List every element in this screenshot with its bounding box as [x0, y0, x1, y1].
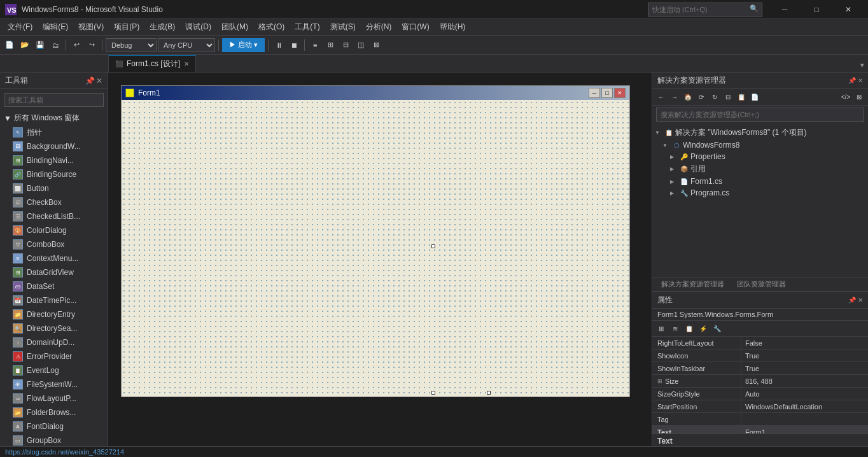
config-dropdown[interactable]: Debug Release — [106, 38, 157, 52]
se-toolbar-home[interactable]: 🏠 — [682, 91, 694, 104]
toolbar-btn4[interactable]: ⊞ — [323, 38, 337, 52]
menu-team[interactable]: 团队(M) — [216, 19, 253, 35]
toolbar-btn1[interactable]: ⏸ — [272, 38, 286, 52]
tree-item-references[interactable]: ▶ 📦 引用 — [652, 162, 868, 176]
toolbox-item-eventlog[interactable]: 📋 EventLog — [0, 363, 108, 377]
tree-item-project[interactable]: ▼ ⬡ WindowsForms8 — [652, 139, 868, 151]
toolbox-item-errorprovider[interactable]: ⚠ ErrorProvider — [0, 349, 108, 363]
toolbar-btn3[interactable]: ≡ — [308, 38, 322, 52]
menu-file[interactable]: 文件(F) — [3, 19, 38, 35]
toolbox-item-button[interactable]: ⬜ Button — [0, 181, 108, 195]
toolbox-item-directoryentry[interactable]: 📁 DirectoryEntry — [0, 307, 108, 321]
se-toolbar-back[interactable]: ← — [655, 91, 668, 104]
toolbox-item-directorysearch[interactable]: 🔍 DirectorySea... — [0, 321, 108, 335]
toolbox-item-contextmenu[interactable]: ≡ ContextMenu... — [0, 251, 108, 265]
se-toolbar-sync[interactable]: ⟳ — [695, 91, 708, 104]
tree-item-solution[interactable]: ▼ 📋 解决方案 "WindowsForms8" (1 个项目) — [652, 126, 868, 139]
platform-dropdown[interactable]: Any CPU x86 x64 — [158, 38, 215, 52]
prop-value[interactable]: Form1 — [741, 426, 868, 433]
prop-value[interactable]: Auto — [741, 388, 868, 400]
menu-debug[interactable]: 调试(D) — [180, 19, 216, 35]
prop-value[interactable] — [741, 413, 868, 425]
tab-form1-design[interactable]: ⬛ Form1.cs [设计] ✕ — [108, 55, 196, 72]
tree-item-properties[interactable]: ▶ 🔑 Properties — [652, 151, 868, 162]
toolbox-pin-icon[interactable]: 📌 — [85, 76, 95, 85]
toolbar-open[interactable]: 📂 — [18, 38, 32, 52]
designer-area[interactable]: Form1 ─ □ ✕ — [108, 73, 652, 457]
tab-team-explorer[interactable]: 团队资源管理器 — [733, 278, 790, 290]
minimize-button[interactable]: ─ — [770, 0, 799, 19]
toolbox-item-datetimepic[interactable]: 📅 DateTimePic... — [0, 293, 108, 307]
quick-launch-input[interactable] — [648, 3, 762, 17]
tree-item-program[interactable]: ▶ 🔧 Program.cs — [652, 187, 868, 199]
toolbox-item-pointer[interactable]: ↖ 指针 — [0, 125, 108, 139]
props-toolbar-search[interactable]: 🔧 — [711, 322, 724, 335]
form-body[interactable] — [122, 100, 629, 397]
menu-project[interactable]: 项目(P) — [109, 19, 144, 35]
solution-explorer-search-input[interactable] — [656, 108, 864, 122]
toolbar-btn5[interactable]: ⊟ — [339, 38, 353, 52]
props-close-icon[interactable]: ✕ — [858, 297, 863, 304]
menu-tools[interactable]: 工具(T) — [290, 19, 325, 35]
prop-value[interactable]: True — [741, 349, 868, 362]
form-close-btn[interactable]: ✕ — [614, 88, 626, 98]
toolbox-item-datagridview[interactable]: ⊞ DataGridView — [0, 265, 108, 279]
se-close-icon[interactable]: ✕ — [858, 77, 863, 84]
props-toolbar-category[interactable]: ≋ — [669, 322, 682, 335]
props-toolbar-events[interactable]: ⚡ — [697, 322, 710, 335]
tab-solution-explorer[interactable]: 解决方案资源管理器 — [657, 278, 728, 290]
menu-edit[interactable]: 编辑(E) — [38, 19, 73, 35]
start-button[interactable]: ▶ 启动 ▾ — [222, 38, 265, 52]
se-toolbar-code[interactable]: </> — [839, 91, 852, 104]
toolbar-save[interactable]: 💾 — [33, 38, 47, 52]
toolbox-item-dataset[interactable]: 🗃 DataSet — [0, 279, 108, 293]
menu-analyze[interactable]: 分析(N) — [361, 19, 397, 35]
close-button[interactable]: ✕ — [834, 0, 863, 19]
resize-handle-corner[interactable] — [431, 391, 435, 395]
toolbox-item-fontdialog[interactable]: A FontDialog — [0, 419, 108, 433]
toolbox-item-checkbox[interactable]: ☑ CheckBox — [0, 195, 108, 209]
menu-build[interactable]: 生成(B) — [144, 19, 180, 35]
props-toolbar-props[interactable]: 📋 — [683, 322, 696, 335]
se-toolbar-collapse[interactable]: ⊟ — [722, 91, 734, 104]
toolbox-item-groupbox[interactable]: ▭ GroupBox — [0, 433, 108, 447]
props-toolbar-grid[interactable]: ⊞ — [655, 322, 668, 335]
menu-view[interactable]: 视图(V) — [73, 19, 109, 35]
se-pin-icon[interactable]: 📌 — [848, 77, 856, 84]
form-minimize-btn[interactable]: ─ — [589, 88, 600, 98]
toolbar-redo[interactable]: ↪ — [85, 38, 99, 52]
toolbox-item-checkedlist[interactable]: ☰ CheckedListB... — [0, 209, 108, 223]
toolbox-close-icon[interactable]: ✕ — [96, 76, 102, 85]
toolbox-item-combobox[interactable]: ▽ ComboBox — [0, 237, 108, 251]
menu-help[interactable]: 帮助(H) — [435, 19, 471, 35]
toolbox-category[interactable]: ▼ 所有 Windows 窗体 — [0, 111, 108, 125]
tab-close-button[interactable]: ✕ — [184, 60, 189, 67]
toolbox-item-bindingnavi[interactable]: ⊞ BindingNavi... — [0, 153, 108, 167]
se-toolbar-filter[interactable]: ⊠ — [853, 91, 865, 104]
se-toolbar-refresh[interactable]: ↻ — [708, 91, 721, 104]
toolbar-new[interactable]: 📄 — [3, 38, 17, 52]
toolbox-item-bindingsource[interactable]: 🔗 BindingSource — [0, 167, 108, 181]
resize-handle-bottom[interactable] — [487, 391, 491, 395]
form-canvas[interactable]: Form1 ─ □ ✕ — [121, 85, 630, 397]
menu-test[interactable]: 测试(S) — [325, 19, 361, 35]
toolbar-btn7[interactable]: ⊠ — [369, 38, 383, 52]
toolbox-item-filesystemw[interactable]: 👁 FileSystemW... — [0, 377, 108, 391]
prop-value[interactable]: 816, 488 — [741, 375, 868, 387]
tab-dropdown-btn[interactable]: ▾ — [857, 59, 868, 72]
toolbox-item-folderbrows[interactable]: 📂 FolderBrows... — [0, 405, 108, 419]
toolbox-item-flowlayout[interactable]: ⇨ FlowLayoutP... — [0, 391, 108, 405]
form-maximize-btn[interactable]: □ — [601, 88, 613, 98]
toolbox-search-input[interactable] — [4, 93, 104, 107]
menu-window[interactable]: 窗口(W) — [396, 19, 434, 35]
toolbox-item-background[interactable]: 🖼 BackgroundW... — [0, 139, 108, 153]
maximize-button[interactable]: □ — [802, 0, 831, 19]
se-toolbar-forward[interactable]: → — [668, 91, 681, 104]
toolbar-btn6[interactable]: ◫ — [354, 38, 368, 52]
toolbar-btn2[interactable]: ⏹ — [287, 38, 301, 52]
se-toolbar-props[interactable]: 📋 — [735, 91, 748, 104]
toolbar-undo[interactable]: ↩ — [69, 38, 83, 52]
resize-handle-right[interactable] — [431, 244, 435, 248]
toolbar-saveall[interactable]: 🗂 — [48, 38, 62, 52]
props-pin-icon[interactable]: 📌 — [848, 297, 856, 304]
